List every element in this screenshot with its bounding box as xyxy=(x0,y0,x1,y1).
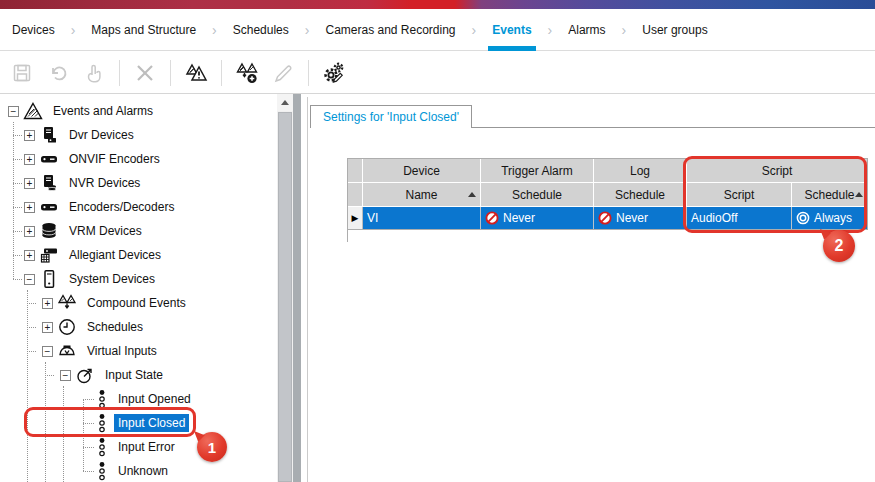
settings-panel: Settings for 'Input Closed' Device Trigg… xyxy=(301,94,875,482)
table-corner-cell xyxy=(348,159,363,183)
column-header-log-schedule[interactable]: Schedule xyxy=(594,183,687,207)
encoder-icon xyxy=(39,149,59,169)
expand-icon[interactable] xyxy=(24,130,35,141)
tree-item-label: Unknown xyxy=(114,462,172,480)
events-alarms-icon xyxy=(23,101,43,121)
collapse-icon[interactable] xyxy=(42,346,53,357)
tree-item-system-devices[interactable]: System Devices xyxy=(0,267,277,291)
compound-events-icon xyxy=(57,293,77,313)
breadcrumb-item-devices[interactable]: Devices xyxy=(10,19,57,41)
sort-ascending-icon xyxy=(468,192,476,197)
add-event-button[interactable] xyxy=(182,59,210,87)
scrollbar-up-button[interactable] xyxy=(277,94,293,111)
tree-item-label: Allegiant Devices xyxy=(65,246,165,264)
collapse-icon[interactable] xyxy=(60,370,71,381)
expand-icon[interactable] xyxy=(42,322,53,333)
manual-commit-button[interactable] xyxy=(80,59,108,87)
tree-item-virtual-inputs[interactable]: Virtual Inputs xyxy=(0,339,277,363)
breadcrumb-item-events[interactable]: Events xyxy=(490,19,533,41)
cell-trigger-schedule[interactable]: Never xyxy=(481,207,594,229)
tree-item-events-and-alarms[interactable]: Events and Alarms xyxy=(0,99,277,123)
expand-icon[interactable] xyxy=(24,154,35,165)
toolbar xyxy=(0,52,875,94)
tree-item-dvr-devices[interactable]: Dvr Devices xyxy=(0,123,277,147)
virtual-inputs-icon xyxy=(57,341,77,361)
main-area: Events and Alarms Dvr Devices xyxy=(0,94,875,482)
manual-commit-icon xyxy=(83,62,105,84)
tree-item-schedules[interactable]: Schedules xyxy=(0,315,277,339)
script-editor-button[interactable] xyxy=(320,59,348,87)
row-selector-cell[interactable]: ▶ xyxy=(348,207,363,229)
panel-left-border xyxy=(307,97,308,482)
tree-item-nvr-devices[interactable]: NVR Devices xyxy=(0,171,277,195)
group-header-log[interactable]: Log xyxy=(594,159,687,183)
toolbar-separator xyxy=(308,60,309,86)
tree-item-input-state[interactable]: Input State xyxy=(0,363,277,387)
nvr-device-icon xyxy=(39,173,59,193)
add-event-icon xyxy=(184,61,208,85)
tree-item-unknown[interactable]: Unknown xyxy=(0,459,277,482)
panel-splitter[interactable] xyxy=(293,94,301,482)
delete-button[interactable] xyxy=(131,59,159,87)
edit-icon xyxy=(272,62,294,84)
table-corner-cell xyxy=(348,183,363,207)
expand-icon[interactable] xyxy=(42,298,53,309)
breadcrumb-item-schedules[interactable]: Schedules xyxy=(231,19,291,41)
cell-text: Never xyxy=(503,211,535,225)
cell-device-name[interactable]: VI xyxy=(363,207,481,229)
vrm-device-icon xyxy=(39,221,59,241)
add-compound-event-icon xyxy=(235,61,259,85)
tree-item-label: VRM Devices xyxy=(65,222,146,240)
tree-item-encoders-decoders[interactable]: Encoders/Decoders xyxy=(0,195,277,219)
expand-icon[interactable] xyxy=(24,202,35,213)
group-header-trigger-alarm[interactable]: Trigger Alarm xyxy=(481,159,594,183)
toolbar-separator xyxy=(170,60,171,86)
encoder-icon xyxy=(39,197,59,217)
input-state-icon xyxy=(75,365,95,385)
expand-icon[interactable] xyxy=(24,178,35,189)
column-header-name[interactable]: Name xyxy=(363,183,481,207)
undo-button[interactable] xyxy=(44,59,72,87)
tree-item-compound-events[interactable]: Compound Events xyxy=(0,291,277,315)
undo-icon xyxy=(47,62,69,84)
tree-item-label: Virtual Inputs xyxy=(83,342,161,360)
column-header-trigger-schedule[interactable]: Schedule xyxy=(481,183,594,207)
expand-icon[interactable] xyxy=(24,250,35,261)
state-dots-icon xyxy=(96,437,108,457)
edit-button[interactable] xyxy=(269,59,297,87)
collapse-icon[interactable] xyxy=(8,106,19,117)
toolbar-separator xyxy=(221,60,222,86)
bvms-configuration-window: Devices › Maps and Structure › Schedules… xyxy=(0,0,875,482)
tree-item-input-error[interactable]: Input Error xyxy=(0,435,277,459)
chevron-right-icon: › xyxy=(622,23,627,37)
expand-icon[interactable] xyxy=(24,226,35,237)
collapse-icon[interactable] xyxy=(24,274,35,285)
tab-settings-input-closed[interactable]: Settings for 'Input Closed' xyxy=(310,105,472,128)
breadcrumb-item-alarms[interactable]: Alarms xyxy=(566,19,607,41)
tree-item-label: Dvr Devices xyxy=(65,126,138,144)
add-compound-event-button[interactable] xyxy=(233,59,261,87)
tree-item-label: System Devices xyxy=(65,270,159,288)
tree-item-label: Input Opened xyxy=(114,390,195,408)
breadcrumb-item-user-groups[interactable]: User groups xyxy=(640,19,709,41)
tree-item-onvif-encoders[interactable]: ONVIF Encoders xyxy=(0,147,277,171)
breadcrumb-item-cameras-and-recording[interactable]: Cameras and Recording xyxy=(323,19,457,41)
tree-item-vrm-devices[interactable]: VRM Devices xyxy=(0,219,277,243)
system-device-icon xyxy=(39,269,59,289)
tree-item-label: Events and Alarms xyxy=(49,102,157,120)
script-editor-icon xyxy=(321,60,347,86)
clock-icon xyxy=(57,317,77,337)
tab-strip-line xyxy=(466,127,875,128)
cell-log-schedule[interactable]: Never xyxy=(594,207,687,229)
delete-icon xyxy=(134,62,156,84)
scrollbar-thumb[interactable] xyxy=(278,112,292,482)
group-header-device[interactable]: Device xyxy=(363,159,481,183)
tree-item-label: ONVIF Encoders xyxy=(65,150,164,168)
save-button[interactable] xyxy=(8,59,36,87)
breadcrumb-item-maps-and-structure[interactable]: Maps and Structure xyxy=(89,19,198,41)
tree-scrollbar[interactable] xyxy=(277,94,293,482)
never-icon xyxy=(598,211,612,225)
brand-color-bar xyxy=(0,0,875,9)
tree-item-allegiant-devices[interactable]: Allegiant Devices xyxy=(0,243,277,267)
annotation-box-1 xyxy=(24,407,196,437)
